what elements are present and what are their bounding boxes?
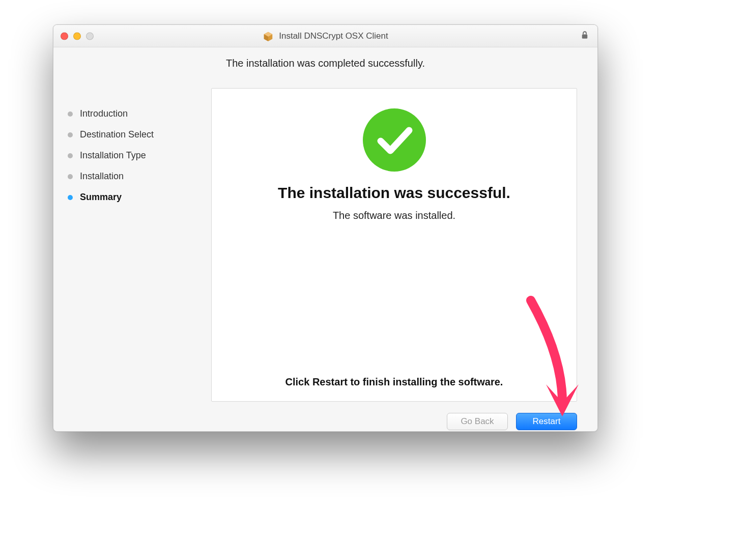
button-row: Go Back Restart — [447, 413, 577, 430]
step-summary: Summary — [68, 187, 200, 208]
steps-sidebar: Introduction Destination Select Installa… — [68, 103, 200, 208]
step-label: Summary — [80, 192, 122, 203]
success-subtext: The software was installed. — [333, 210, 455, 221]
lock-icon — [580, 31, 589, 42]
page-subtitle: The installation was completed successfu… — [53, 58, 597, 69]
window-title: Install DNSCrypt OSX Client — [279, 31, 388, 41]
success-check-icon — [361, 107, 427, 173]
step-installation: Installation — [68, 166, 200, 187]
step-destination-select: Destination Select — [68, 124, 200, 145]
content-panel: The installation was successful. The sof… — [211, 88, 577, 402]
svg-point-1 — [363, 108, 426, 172]
restart-instruction: Click Restart to finish installing the s… — [285, 376, 503, 388]
step-installation-type: Installation Type — [68, 145, 200, 166]
titlebar: Install DNSCrypt OSX Client — [53, 25, 597, 47]
installer-window: Install DNSCrypt OSX Client The installa… — [53, 24, 598, 432]
step-label: Destination Select — [80, 129, 154, 140]
bullet-icon — [68, 111, 73, 117]
step-label: Installation Type — [80, 150, 146, 161]
bullet-icon — [68, 132, 73, 137]
bullet-icon — [68, 153, 73, 158]
window-title-group: Install DNSCrypt OSX Client — [263, 31, 388, 42]
package-icon — [263, 31, 274, 42]
go-back-button: Go Back — [447, 413, 508, 430]
close-window-button[interactable] — [61, 32, 68, 40]
bullet-icon — [68, 195, 73, 200]
step-introduction: Introduction — [68, 103, 200, 124]
bullet-icon — [68, 174, 73, 179]
minimize-window-button[interactable] — [73, 32, 81, 40]
restart-button[interactable]: Restart — [516, 413, 577, 430]
traffic-lights — [61, 32, 94, 40]
step-label: Installation — [80, 171, 124, 182]
zoom-window-button — [86, 32, 94, 40]
svg-rect-0 — [582, 34, 588, 38]
success-headline: The installation was successful. — [278, 184, 510, 202]
step-label: Introduction — [80, 108, 128, 119]
